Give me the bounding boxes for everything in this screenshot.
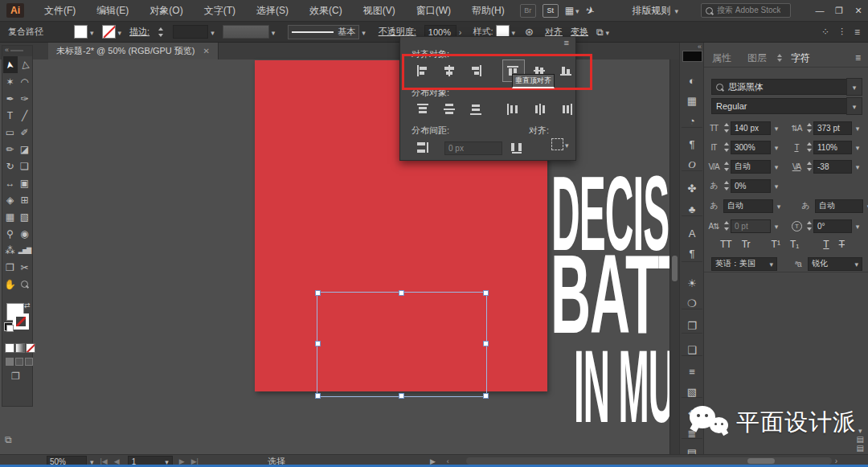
rectangle-tool[interactable]: ▭ — [3, 124, 18, 141]
stroke-profile-dropdown[interactable]: 基本 — [288, 25, 366, 39]
color-button[interactable] — [5, 343, 14, 353]
line-segment-tool[interactable]: ╱ — [18, 107, 32, 124]
proportional-spacing-value[interactable]: 0% — [731, 179, 771, 193]
baseline-shift-stepper[interactable] — [723, 219, 731, 232]
stroke-color-control[interactable] — [102, 25, 122, 39]
menubar-item[interactable]: 文件(F) — [34, 0, 86, 21]
align-panel-toggle-icon[interactable]: ⫶ — [841, 27, 843, 38]
gradient-tool[interactable]: ▧ — [18, 208, 32, 225]
color-panel-icon[interactable]: ◐ — [680, 75, 704, 87]
menubar-item[interactable]: 编辑(E) — [86, 0, 139, 21]
appearance-panel-icon[interactable]: ☀ — [680, 277, 704, 289]
chevron-down-icon[interactable] — [771, 161, 782, 172]
magic-wand-tool[interactable]: ✶ — [3, 73, 18, 90]
antialias-dropdown[interactable]: 锐化 — [808, 257, 862, 271]
tools-panel-header[interactable]: « — [2, 46, 32, 56]
tab-layers[interactable]: 图层 — [739, 51, 775, 65]
chevron-down-icon[interactable] — [771, 220, 782, 231]
paragraph-styles-panel-icon[interactable]: ¶ — [680, 248, 704, 260]
vertical-distribute-center-button[interactable] — [438, 98, 461, 121]
collapse-icon[interactable]: « — [5, 46, 9, 54]
screen-mode-icon[interactable]: ❐ — [11, 371, 20, 382]
font-family-dropdown[interactable] — [846, 78, 862, 96]
brushes-panel-icon[interactable]: ✤ — [680, 182, 704, 195]
selection-tool[interactable]: ➤ — [3, 56, 18, 73]
vertical-distribute-space-button[interactable] — [411, 137, 434, 159]
collapsed-panel-icon[interactable]: ⧉ — [5, 434, 12, 445]
glyphs-panel-icon[interactable]: A — [680, 227, 704, 240]
workspace-switcher[interactable]: ▦ — [565, 5, 579, 16]
graphic-styles-panel-icon[interactable]: ❍ — [680, 297, 704, 309]
default-fill-stroke-icon[interactable] — [4, 322, 13, 331]
menubar-item[interactable]: 窗口(W) — [406, 0, 461, 21]
selection-bounding-box[interactable] — [317, 292, 487, 397]
horizontal-distribute-center-button[interactable] — [529, 98, 551, 121]
fill-color-control[interactable] — [74, 25, 94, 39]
menubar-item[interactable]: 对象(O) — [139, 0, 193, 21]
symbol-sprayer-tool[interactable]: ⁂ — [3, 242, 18, 259]
underline-button[interactable]: T — [823, 239, 829, 250]
transparency-panel-icon[interactable]: ❐ — [680, 320, 704, 332]
selection-handle[interactable] — [399, 290, 404, 296]
selection-handle[interactable] — [483, 393, 489, 399]
selection-handle[interactable] — [483, 290, 489, 296]
opacity-more-arrow[interactable]: › — [459, 27, 462, 37]
brush-definition-dropdown[interactable] — [223, 25, 276, 39]
pen-tool[interactable]: ✒ — [3, 90, 18, 107]
minimize-button[interactable]: — — [810, 0, 829, 21]
proportional-spacing-stepper[interactable] — [723, 179, 731, 192]
drag-grip[interactable] — [10, 50, 23, 51]
direct-selection-tool[interactable]: ▷ — [18, 56, 32, 73]
shaper-tool[interactable]: ✏ — [3, 141, 18, 158]
chevron-down-icon[interactable] — [773, 200, 784, 211]
draw-normal-button[interactable] — [6, 358, 14, 366]
gradient-button[interactable] — [15, 343, 25, 353]
type-tool[interactable]: T — [3, 107, 18, 124]
selection-handle[interactable] — [399, 393, 404, 399]
language-dropdown[interactable]: 英语：美国 — [711, 257, 777, 271]
all-caps-button[interactable]: TT — [720, 239, 732, 250]
swap-fill-stroke-icon[interactable]: ⇄ — [24, 301, 31, 309]
font-size-stepper[interactable] — [723, 121, 731, 134]
horizontal-distribute-left-button[interactable] — [502, 98, 525, 121]
baseline-shift-value[interactable]: 0 pt — [731, 219, 771, 233]
control-menu-icon[interactable]: ≡ — [854, 27, 860, 38]
column-graph-tool[interactable]: ▂▅▇ — [18, 242, 32, 259]
horizontal-scale-value[interactable]: 110% — [813, 141, 852, 154]
panel-menu-icon[interactable]: ≡ — [564, 38, 569, 47]
canvas-vertical-scrollbar[interactable] — [669, 59, 679, 454]
scrollbar-thumb[interactable] — [672, 256, 678, 281]
character-rotation-value[interactable]: 0° — [813, 219, 852, 233]
lasso-tool[interactable]: ◠ — [18, 73, 32, 90]
slice-tool[interactable]: ✂ — [18, 259, 32, 276]
draw-inside-button[interactable] — [25, 358, 33, 366]
stroke-color-proxy[interactable] — [13, 313, 29, 330]
rotate-tool[interactable]: ↻ — [3, 158, 18, 174]
horizontal-scale-stepper[interactable] — [806, 141, 813, 154]
hand-tool[interactable]: ✋ — [3, 276, 18, 293]
width-tool[interactable]: ↔ — [3, 174, 18, 191]
chevron-down-icon[interactable] — [771, 122, 782, 133]
subscript-button[interactable]: T₁ — [790, 239, 799, 250]
menubar-item[interactable]: 文字(T) — [194, 0, 246, 21]
insert-space-left-value[interactable]: 自动 — [723, 199, 773, 213]
tracking-stepper[interactable] — [806, 160, 813, 173]
layout-rules-dropdown[interactable]: 排版规则 — [632, 4, 678, 18]
paintbrush-tool[interactable]: ✐ — [18, 124, 32, 141]
stroke-none-swatch[interactable] — [102, 25, 116, 39]
tab-character[interactable]: 字符 — [783, 51, 818, 65]
close-button[interactable]: ✕ — [849, 0, 868, 21]
vertical-scale-stepper[interactable] — [723, 141, 731, 154]
menubar-item[interactable]: 帮助(H) — [461, 0, 515, 21]
leading-value[interactable]: 373 pt — [813, 121, 852, 135]
collapse-icon[interactable]: « — [698, 43, 702, 51]
chevron-down-icon[interactable] — [771, 180, 782, 191]
chevron-down-icon[interactable] — [852, 122, 863, 133]
chevron-down-icon[interactable] — [771, 141, 782, 153]
curvature-tool[interactable]: ✑ — [18, 90, 32, 107]
document-tab[interactable]: 未标题-2* @ 50% (RGB/GPU 预览) ✕ — [48, 43, 219, 59]
kerning-value[interactable]: 自动 — [731, 160, 771, 174]
canvas-horizontal-scrollbar[interactable] — [466, 457, 832, 465]
stroke-link[interactable]: 描边: — [129, 26, 149, 38]
stroke-weight-value[interactable] — [173, 25, 208, 39]
